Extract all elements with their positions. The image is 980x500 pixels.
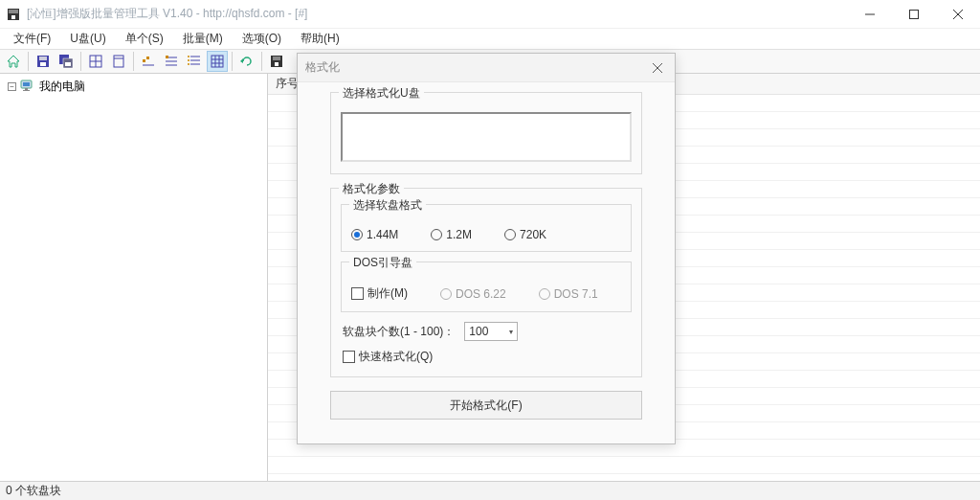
svg-rect-9 — [39, 57, 47, 60]
toolbar-tool3-button[interactable] — [184, 51, 205, 72]
svg-rect-32 — [212, 56, 223, 67]
toolbar-tool2-button[interactable] — [161, 51, 182, 72]
svg-rect-2 — [11, 15, 15, 19]
radio-144m-label: 1.44M — [367, 228, 398, 241]
toolbar-sep — [28, 52, 29, 71]
make-checkbox[interactable]: 制作(M) — [351, 285, 408, 302]
select-disk-fieldset: 选择格式化U盘 — [330, 92, 642, 174]
tree-collapse-icon[interactable]: − — [8, 82, 16, 91]
toolbar-tool1-button[interactable] — [138, 51, 159, 72]
menu-udisk[interactable]: U盘(U) — [60, 29, 115, 49]
quick-format-checkbox[interactable]: 快速格式化(Q) — [343, 349, 632, 365]
dos-boot-legend: DOS引导盘 — [349, 255, 416, 271]
window-controls — [848, 0, 980, 28]
radio-dot-icon — [539, 288, 550, 300]
tree-root-item[interactable]: − 我的电脑 — [6, 78, 261, 96]
start-format-label: 开始格式化(F) — [450, 398, 522, 414]
maximize-button[interactable] — [892, 0, 936, 28]
window-title: [沁恒]增强版批量管理工具 V1.40 - http://qhsfd.com -… — [27, 6, 848, 22]
radio-dos622: DOS 6.22 — [440, 287, 506, 301]
menu-single[interactable]: 单个(S) — [116, 29, 173, 49]
toolbar-sep — [232, 52, 233, 71]
app-icon — [6, 7, 21, 22]
svg-rect-1 — [9, 10, 18, 13]
dialog-body: 选择格式化U盘 格式化参数 选择软盘格式 1.44M 1.2M — [298, 82, 675, 431]
checkbox-box-icon — [351, 287, 364, 300]
svg-rect-4 — [910, 10, 919, 18]
dialog-title: 格式化 — [305, 59, 648, 76]
format-params-fieldset: 格式化参数 选择软盘格式 1.44M 1.2M 720K — [330, 188, 642, 377]
dialog-close-button[interactable] — [648, 58, 667, 78]
toolbar-tool4-button[interactable] — [207, 51, 228, 72]
svg-rect-42 — [23, 82, 30, 86]
close-button[interactable] — [936, 0, 980, 28]
checkbox-box-icon — [343, 351, 355, 363]
toolbar-save-button[interactable] — [33, 51, 54, 72]
svg-rect-10 — [40, 62, 46, 66]
svg-point-29 — [188, 56, 189, 57]
radio-720k[interactable]: 720K — [504, 228, 546, 241]
toolbar-sep — [80, 52, 81, 71]
menu-help[interactable]: 帮助(H) — [291, 29, 349, 49]
svg-rect-40 — [275, 62, 278, 66]
status-text: 0 个软盘块 — [6, 483, 61, 499]
tree-root-label: 我的电脑 — [39, 79, 85, 95]
radio-dos71-label: DOS 7.1 — [554, 287, 598, 301]
floppy-format-fieldset: 选择软盘格式 1.44M 1.2M 720K — [341, 204, 632, 252]
toolbar-home-button[interactable] — [3, 51, 24, 72]
svg-marker-37 — [240, 58, 243, 63]
dialog-titlebar[interactable]: 格式化 — [298, 54, 675, 82]
radio-dos622-label: DOS 6.22 — [456, 287, 506, 301]
radio-144m[interactable]: 1.44M — [351, 228, 398, 241]
quick-format-label: 快速格式化(Q) — [359, 349, 433, 365]
radio-12m-label: 1.2M — [446, 228, 472, 241]
radio-dos71: DOS 7.1 — [539, 287, 598, 301]
svg-rect-13 — [65, 62, 71, 66]
select-disk-legend: 选择格式化U盘 — [339, 85, 424, 102]
svg-rect-25 — [166, 56, 168, 58]
minimize-button[interactable] — [848, 0, 892, 28]
radio-dot-icon — [351, 229, 363, 240]
radio-720k-label: 720K — [520, 228, 546, 241]
svg-rect-19 — [143, 59, 145, 62]
radio-12m[interactable]: 1.2M — [431, 228, 472, 241]
toolbar-disk-button[interactable] — [266, 51, 287, 72]
window-titlebar: [沁恒]增强版批量管理工具 V1.40 - http://qhsfd.com -… — [0, 0, 980, 29]
svg-rect-44 — [23, 90, 30, 91]
svg-rect-39 — [273, 57, 280, 60]
toolbar-sep — [133, 52, 134, 71]
svg-point-31 — [188, 63, 189, 65]
block-count-value: 100 — [469, 325, 488, 338]
toolbar-sheet-button[interactable] — [108, 51, 129, 72]
toolbar-refresh-button[interactable] — [236, 51, 257, 72]
start-format-button[interactable]: 开始格式化(F) — [330, 391, 642, 420]
list-row — [268, 457, 980, 474]
svg-rect-20 — [146, 57, 149, 59]
format-dialog: 格式化 选择格式化U盘 格式化参数 选择软盘格式 1.44M 1. — [297, 53, 676, 444]
svg-rect-17 — [114, 56, 123, 67]
block-count-label: 软盘块个数(1 - 100)： — [343, 324, 455, 340]
status-bar: 0 个软盘块 — [0, 481, 980, 500]
toolbar-save-all-button[interactable] — [56, 51, 77, 72]
floppy-format-legend: 选择软盘格式 — [349, 197, 426, 214]
svg-rect-43 — [25, 88, 28, 90]
toolbar-grid-button[interactable] — [85, 51, 106, 72]
svg-marker-7 — [8, 56, 19, 67]
svg-point-30 — [188, 59, 189, 61]
radio-dot-icon — [504, 229, 516, 240]
disk-listbox[interactable] — [341, 112, 632, 162]
make-checkbox-label: 制作(M) — [368, 285, 408, 302]
tree-panel: − 我的电脑 — [0, 74, 268, 481]
menu-options[interactable]: 选项(O) — [233, 29, 291, 49]
svg-line-5 — [953, 10, 963, 19]
radio-dot-icon — [431, 229, 442, 240]
computer-icon — [20, 79, 35, 95]
radio-dot-icon — [440, 288, 452, 300]
chevron-down-icon: ▾ — [509, 328, 513, 336]
menu-batch[interactable]: 批量(M) — [173, 29, 233, 49]
toolbar-sep — [261, 52, 262, 71]
block-count-row: 软盘块个数(1 - 100)： 100 ▾ — [343, 322, 632, 341]
menubar: 文件(F) U盘(U) 单个(S) 批量(M) 选项(O) 帮助(H) — [0, 29, 980, 49]
block-count-combo[interactable]: 100 ▾ — [464, 322, 518, 341]
menu-file[interactable]: 文件(F) — [4, 29, 60, 49]
